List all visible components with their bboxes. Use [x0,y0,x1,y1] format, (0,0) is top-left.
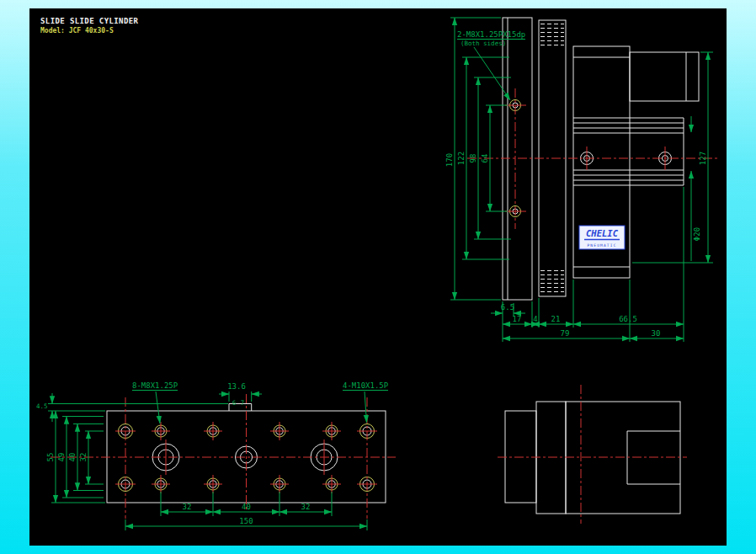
hatch-top [540,24,564,45]
dim-122: 122 [457,152,466,165]
cad-drawing: SLIDE SLIDE CYLINDER Model: JCF 40x30-S [29,8,727,546]
front-view: 170 122 98 64 127 Φ20 [445,18,718,342]
dim-49: 49 [57,453,66,462]
dim-13-6: 13.6 [227,382,246,391]
plan-view-dimensions: 4.5 55 49 40 32 8-M8X1.25P [36,381,389,530]
dim-phi20: Φ20 [693,227,701,241]
dim-127: 127 [699,152,707,165]
dim-40-v: 40 [68,453,77,462]
head-block-outline [630,52,699,101]
dim-4: 4 [533,315,537,323]
tube-profile [573,118,684,185]
dim-150: 150 [239,517,253,525]
plan-view-centerlines [51,394,396,519]
dim-170: 170 [445,153,454,167]
dim-6: 6 [232,399,237,407]
side-view [498,385,687,524]
dim-64: 64 [481,154,489,163]
dim-30: 30 [652,329,661,338]
callout-2-m8-note: (Both sides) [461,40,506,47]
dim-21: 21 [551,315,561,323]
dim-40-b: 40 [242,503,251,511]
drawing-title: SLIDE SLIDE CYLINDER [40,17,139,25]
viewer-frame: SLIDE SLIDE CYLINDER Model: JCF 40x30-S [0,0,756,554]
drawing-canvas: SLIDE SLIDE CYLINDER Model: JCF 40x30-S [29,8,727,546]
callout-2-m8: 2-M8X1.25PX15dp [457,30,525,39]
hatch-bottom [540,271,564,292]
dim-7: 7 [241,399,245,407]
chelic-logo: CHELIC PNEUMATIC [579,226,625,249]
dim-4-5: 4.5 [36,402,48,410]
dim-55: 55 [46,453,55,462]
front-view-centerlines [467,88,718,229]
dim-66-5: 66.5 [619,315,637,323]
callout-4-m10: 4-M10X1.5P [343,381,389,390]
callout-8-m8: 8-M8X1.25P [132,381,178,390]
plan-view: 4.5 55 49 40 32 8-M8X1.25P [36,381,396,530]
dim-32-a: 32 [183,503,192,511]
dim-32-b: 32 [301,503,311,511]
dim-17: 17 [513,315,522,323]
dim-6-5: 6.5 [501,303,514,312]
drawing-model: Model: JCF 40x30-S [40,27,114,35]
dim-32-v: 32 [79,453,88,462]
dim-79: 79 [561,329,570,338]
dim-98: 98 [469,154,477,163]
chelic-logo-sub: PNEUMATIC [587,243,616,248]
chelic-logo-text: CHELIC [586,228,619,238]
